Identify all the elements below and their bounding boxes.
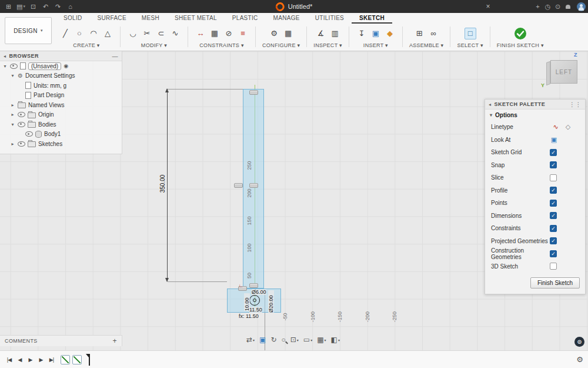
timeline-sketch-1[interactable] (61, 355, 70, 364)
group-menu-assemble[interactable]: ASSEMBLE ▾ (409, 42, 444, 48)
checkbox-snap[interactable]: ✓ (550, 161, 557, 168)
measure-icon[interactable]: ∡ (315, 28, 327, 39)
finish-sketch-icon[interactable] (514, 27, 527, 40)
notifications-bell-icon[interactable] (563, 0, 573, 13)
save-icon[interactable]: ⊡ (28, 0, 38, 13)
timeline-settings-icon[interactable]: ⚙ (576, 355, 583, 364)
configuration-table-icon[interactable]: ▦ (282, 28, 294, 39)
dim-len115[interactable]: 11.50 (249, 307, 262, 313)
canvas-icon[interactable]: ▣ (370, 28, 382, 39)
expand-arrow-icon[interactable]: ▸ (10, 102, 15, 108)
expand-arrow-icon[interactable]: ▾ (10, 73, 15, 78)
checkbox-profile[interactable]: ✓ (550, 187, 557, 194)
visibility-eye-icon[interactable] (10, 64, 18, 69)
tab-sheet-metal[interactable]: SHEET METAL (167, 14, 225, 24)
dim-fx[interactable]: fx: 11.50 (239, 313, 259, 319)
finish-sketch-button[interactable]: Finish Sketch (530, 277, 580, 289)
inspect-table-icon[interactable]: ▥ (329, 28, 341, 39)
line-icon[interactable]: ╱ (59, 28, 71, 39)
horizontal-vertical-icon[interactable]: ≡ (237, 28, 249, 39)
minimize-icon[interactable]: — (112, 53, 119, 59)
expand-arrow-icon[interactable]: ▾ (2, 64, 8, 69)
redo-icon[interactable]: ↷ (53, 0, 63, 13)
checkbox-dimensions[interactable]: ✓ (550, 212, 557, 219)
dimension-line-350[interactable] (167, 89, 168, 281)
viewcube-side-face[interactable] (546, 61, 550, 85)
checkbox-slice[interactable] (550, 174, 557, 181)
timeline-sketch-2[interactable] (72, 355, 82, 364)
browser-item-body1[interactable]: Body1 (0, 130, 122, 140)
tab-surface[interactable]: SURFACE (90, 14, 134, 24)
browser-item-named-views[interactable]: ▸Named Views (0, 100, 122, 110)
go-to-end-icon[interactable]: ▶| (47, 355, 56, 364)
tangent-constraint-icon[interactable]: ⊘ (223, 28, 235, 39)
dimension-handle[interactable] (249, 283, 258, 288)
expand-arrow-icon[interactable]: ▾ (10, 122, 15, 127)
file-menu-icon[interactable]: ▤▾ (16, 0, 26, 13)
group-menu-constraints[interactable]: CONSTRAINTS ▾ (199, 42, 243, 48)
polygon-icon[interactable]: △ (102, 28, 113, 39)
linetype-spline-icon[interactable]: ∿ (552, 123, 560, 131)
dimension-handle[interactable] (234, 183, 243, 188)
browser-item-part-design[interactable]: Part Design (0, 91, 122, 101)
browser-item-unsaved[interactable]: ▾(Unsaved)◉ (0, 61, 122, 71)
visibility-eye-icon[interactable] (18, 112, 25, 117)
collapse-arrow-icon[interactable]: ◂ (4, 54, 6, 59)
undo-icon[interactable]: ↶ (41, 0, 51, 13)
expand-arrow-icon[interactable]: ▸ (10, 112, 15, 117)
drag-grip-icon[interactable]: ⋮⋮ (569, 101, 582, 108)
dimension-350-label[interactable]: 350.00 (159, 172, 166, 195)
group-menu-insert[interactable]: INSERT ▾ (363, 42, 388, 48)
checkbox-sketch-grid[interactable]: ✓ (550, 149, 557, 156)
pan-icon[interactable]: ⇄▾ (245, 335, 256, 344)
tab-manage[interactable]: MANAGE (266, 14, 308, 24)
browser-item-sketches[interactable]: ▸Sketches (0, 139, 122, 149)
viewcube-front-face[interactable]: LEFT (550, 60, 577, 84)
browser-item-document-settings[interactable]: ▾⚙Document Settings (0, 71, 122, 81)
fillet-icon[interactable]: ◡ (127, 28, 139, 39)
zoom-icon[interactable]: ○ (279, 335, 287, 344)
viewports-icon[interactable]: ◧▾ (329, 335, 342, 344)
trim-icon[interactable]: ✂ (141, 28, 153, 39)
browser-item-origin[interactable]: ▸Origin (0, 110, 122, 120)
browser-item-bodies[interactable]: ▾Bodies (0, 120, 122, 130)
group-menu-configure[interactable]: CONFIGURE ▾ (262, 42, 300, 48)
document-tab[interactable]: Untitled* (276, 2, 313, 11)
sketch-dimension-icon[interactable]: ↔ (195, 28, 206, 39)
checkbox-3d-sketch[interactable] (550, 263, 557, 270)
checkbox-projected-geometries[interactable]: ✓ (550, 237, 557, 244)
visibility-eye-icon[interactable] (18, 122, 25, 127)
group-menu-modify[interactable]: MODIFY ▾ (141, 42, 167, 48)
add-tab-icon[interactable]: + (533, 0, 543, 13)
spline-icon[interactable]: ∿ (169, 28, 181, 39)
help-icon[interactable]: ⊙ (553, 0, 563, 13)
insert-derive-icon[interactable]: ↧ (356, 28, 368, 39)
tab-plastic[interactable]: PLASTIC (225, 14, 266, 24)
fit-icon[interactable]: ⊡▾ (289, 335, 300, 344)
step-forward-icon[interactable]: ▶ (36, 355, 45, 364)
visibility-eye-icon[interactable] (25, 131, 33, 137)
dim-dia20[interactable]: Ø20.00 (268, 290, 274, 313)
linetype-polygon-icon[interactable]: ◇ (564, 123, 572, 131)
arc-icon[interactable]: ◠ (88, 28, 99, 39)
insert-mesh-icon[interactable]: ◆ (384, 28, 396, 39)
new-component-icon[interactable]: ⊞ (413, 28, 425, 39)
grid-layout-icon[interactable]: ▦▾ (315, 335, 328, 344)
joint-icon[interactable]: ∞ (427, 28, 439, 39)
configure-icon[interactable]: ⚙ (268, 28, 280, 39)
group-menu-inspect[interactable]: INSPECT ▾ (313, 42, 342, 48)
tab-sketch[interactable]: SKETCH (352, 14, 392, 24)
checkbox-construction-geometries[interactable]: ✓ (550, 250, 557, 257)
tab-solid[interactable]: SOLID (56, 14, 90, 24)
group-menu-select[interactable]: SELECT ▾ (457, 42, 483, 48)
expand-arrow-icon[interactable]: ▸ (10, 141, 15, 147)
rectangular-pattern-icon[interactable]: ▦ (209, 28, 220, 39)
home-icon[interactable]: ⌂ (65, 0, 75, 13)
app-menu-icon[interactable]: ⊞ (4, 0, 14, 13)
tab-mesh[interactable]: MESH (134, 14, 167, 24)
add-comment-icon[interactable]: + (113, 337, 117, 345)
look-at-icon[interactable]: ▣ (258, 335, 268, 344)
collapse-arrow-icon[interactable]: ◂ (489, 102, 492, 107)
select-tool-icon[interactable]: □ (465, 28, 476, 39)
user-avatar[interactable] (577, 2, 586, 11)
